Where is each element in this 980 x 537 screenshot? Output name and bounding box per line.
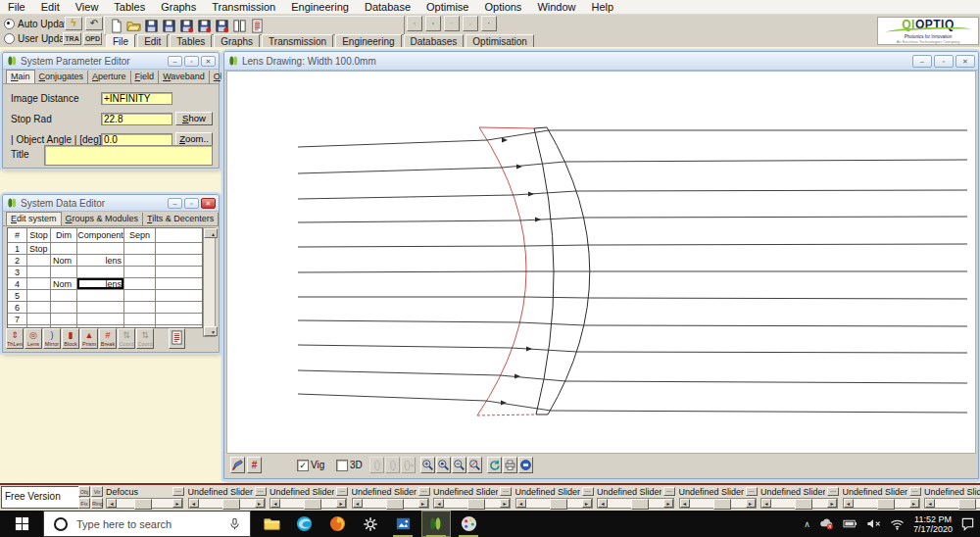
- data-editor-titlebar[interactable]: System Data Editor – ▫ ✕: [3, 195, 219, 212]
- refresh-calc-button[interactable]: ϟ: [65, 17, 82, 30]
- param-tab-field[interactable]: Field: [131, 71, 160, 84]
- scroll-left-icon[interactable]: ◄: [844, 499, 854, 508]
- scroll-right-icon[interactable]: ►: [663, 499, 673, 508]
- scroll-left-icon[interactable]: ◄: [598, 499, 608, 508]
- cell-r2-c2[interactable]: Nom: [51, 255, 77, 266]
- cell-r3-c2[interactable]: [51, 267, 77, 277]
- menu-options[interactable]: Options: [476, 0, 529, 14]
- menu-edit[interactable]: Edit: [33, 0, 68, 14]
- toolbar-icon-open-file[interactable]: [125, 18, 142, 33]
- insert-mirror-button[interactable]: )Mirror: [43, 328, 61, 349]
- scroll-down-icon[interactable]: ▼: [204, 326, 218, 336]
- close-button[interactable]: ✕: [201, 198, 216, 209]
- toolbar-tab-databases[interactable]: Databases: [404, 34, 465, 48]
- slider-scrollbar[interactable]: ◄►: [106, 498, 183, 509]
- minimize-button[interactable]: –: [168, 198, 182, 209]
- tra-button[interactable]: TRA: [63, 32, 81, 45]
- cell-r1-c2[interactable]: [51, 243, 77, 254]
- slider-thumb[interactable]: [877, 499, 895, 510]
- scroll-right-icon[interactable]: ►: [909, 499, 919, 508]
- slider-scrollbar[interactable]: ◄►: [188, 498, 266, 509]
- button-zoom[interactable]: Zoom..: [175, 132, 213, 146]
- slider-scrollbar[interactable]: ◄►: [515, 498, 593, 509]
- cell-r5-c1[interactable]: [27, 290, 51, 301]
- minimize-button[interactable]: –: [912, 55, 932, 68]
- wifi-icon[interactable]: [890, 517, 905, 530]
- table-report-button[interactable]: [169, 328, 185, 349]
- undo-button[interactable]: ↶: [85, 17, 103, 30]
- onedrive-icon[interactable]: [819, 517, 834, 530]
- field-image-distance[interactable]: [101, 92, 172, 105]
- cell-r2-c1[interactable]: [27, 255, 51, 266]
- refresh-button[interactable]: [487, 457, 502, 473]
- toolbar-tab-file[interactable]: File: [106, 34, 135, 48]
- cell-r1-c4[interactable]: [124, 243, 156, 254]
- toolbar-tab-tables[interactable]: Tables: [170, 34, 212, 48]
- param-tab-waveband[interactable]: Waveband: [159, 71, 210, 84]
- cell-r3-c0[interactable]: 3: [8, 267, 27, 277]
- cell-r2-c3[interactable]: lens: [77, 255, 124, 266]
- insert-block-button[interactable]: ▮Block: [62, 328, 79, 349]
- cell-r5-c3[interactable]: [77, 290, 124, 301]
- lens-window-titlebar[interactable]: Lens Drawing: Width 100.0mm – ▫ ✕: [224, 52, 978, 71]
- data-tab-edit-system[interactable]: Edit system: [6, 212, 62, 225]
- cell-r5-c0[interactable]: 5: [8, 290, 27, 301]
- toolbar-tab-edit[interactable]: Edit: [137, 34, 168, 48]
- param-tab-conjugates[interactable]: Conjugates: [35, 71, 89, 84]
- maximize-button[interactable]: ▫: [184, 56, 199, 67]
- toolbar-tab-engineering[interactable]: Engineering: [335, 34, 401, 48]
- menu-help[interactable]: Help: [584, 0, 622, 14]
- scroll-left-icon[interactable]: ◄: [680, 499, 690, 508]
- search-input[interactable]: Type here to search: [43, 511, 251, 537]
- slider-menu-button[interactable]: ---: [255, 487, 267, 496]
- scroll-left-icon[interactable]: ◄: [434, 499, 444, 508]
- slider-mode-vir-button[interactable]: Vir: [91, 486, 103, 497]
- cell-r5-c4[interactable]: [124, 290, 156, 301]
- start-button[interactable]: [0, 511, 43, 537]
- slider-scrollbar[interactable]: ◄►: [597, 498, 674, 509]
- menu-file[interactable]: File: [0, 0, 33, 14]
- slider-scrollbar[interactable]: ◄►: [433, 498, 511, 509]
- status-icon-edit-note[interactable]: [463, 16, 478, 31]
- slider-thumb[interactable]: [304, 499, 321, 510]
- cell-r3-c3[interactable]: [77, 267, 124, 277]
- toolbar-tab-transmission[interactable]: Transmission: [262, 34, 333, 48]
- scroll-left-icon[interactable]: ◄: [761, 499, 771, 508]
- cell-r6-c2[interactable]: [51, 302, 77, 313]
- maximize-button[interactable]: ▫: [184, 198, 199, 209]
- cell-r1-c0[interactable]: 1: [8, 243, 27, 254]
- slider-thumb[interactable]: [795, 499, 812, 510]
- cell-r2-c0[interactable]: 2: [8, 255, 27, 266]
- scroll-right-icon[interactable]: ►: [827, 499, 837, 508]
- slider-mode-fix-button[interactable]: Fix: [78, 498, 90, 509]
- menu-window[interactable]: Window: [529, 0, 583, 14]
- menu-graphs[interactable]: Graphs: [153, 0, 204, 14]
- slider-menu-button[interactable]: ---: [827, 487, 839, 496]
- toolbar-tab-graphs[interactable]: Graphs: [214, 34, 260, 48]
- slider-thumb[interactable]: [134, 499, 152, 510]
- print-button[interactable]: [503, 457, 517, 473]
- taskbar-app-firefox[interactable]: [322, 511, 352, 537]
- cell-r4-c4[interactable]: [124, 278, 156, 289]
- scroll-left-icon[interactable]: ◄: [925, 499, 935, 508]
- slider-thumb[interactable]: [550, 499, 567, 510]
- taskbar-app-file-explorer[interactable]: [257, 511, 286, 537]
- cell-r2-c4[interactable]: [124, 255, 156, 266]
- cell-r3-c4[interactable]: [124, 267, 156, 277]
- cell-r4-c1[interactable]: [27, 278, 51, 289]
- scroll-up-icon[interactable]: ▲: [204, 228, 218, 238]
- action-center-icon[interactable]: [958, 514, 976, 532]
- tray-expand-icon[interactable]: ∧: [804, 519, 810, 529]
- table-row[interactable]: 5: [8, 290, 202, 302]
- slider-thumb[interactable]: [631, 499, 649, 510]
- slider-menu-button[interactable]: ---: [663, 487, 675, 496]
- slider-scrollbar[interactable]: ◄►: [352, 498, 429, 509]
- cell-r7-c3[interactable]: [77, 314, 124, 324]
- scroll-right-icon[interactable]: ►: [255, 499, 265, 508]
- cell-r7-c1[interactable]: [27, 314, 51, 324]
- slider-menu-button[interactable]: ---: [500, 487, 512, 496]
- insert-thlens-button[interactable]: ⇕ThLens: [6, 328, 24, 349]
- vig-checkbox[interactable]: ✓: [297, 460, 309, 471]
- microphone-icon[interactable]: [228, 516, 241, 531]
- slider-scrollbar[interactable]: ◄►: [924, 498, 980, 509]
